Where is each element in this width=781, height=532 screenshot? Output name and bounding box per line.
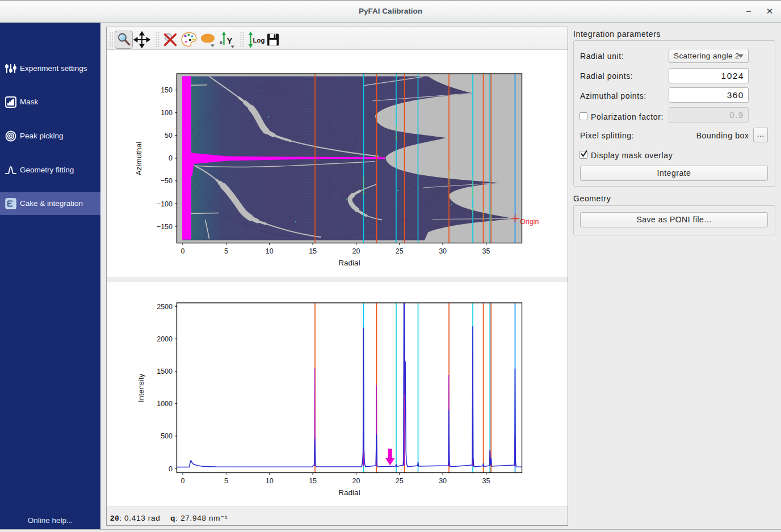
svg-text:20: 20 bbox=[352, 247, 360, 255]
svg-text:500: 500 bbox=[161, 432, 173, 440]
svg-text:0: 0 bbox=[169, 154, 173, 162]
svg-text:Radial: Radial bbox=[338, 259, 360, 267]
svg-text:10: 10 bbox=[266, 477, 274, 485]
svg-text:0: 0 bbox=[181, 477, 185, 485]
svg-text:o: o bbox=[220, 40, 222, 45]
svg-text:150: 150 bbox=[161, 86, 173, 94]
svg-text:2500: 2500 bbox=[157, 303, 173, 311]
svg-text:Origin: Origin bbox=[520, 218, 539, 226]
svg-text:1500: 1500 bbox=[157, 368, 173, 375]
svg-text:30: 30 bbox=[439, 477, 447, 485]
svg-text:Azimuthal: Azimuthal bbox=[135, 142, 143, 175]
svg-text:1000: 1000 bbox=[157, 400, 173, 408]
svg-text:0: 0 bbox=[181, 247, 185, 255]
svg-text:10: 10 bbox=[266, 247, 274, 255]
svg-text:20: 20 bbox=[352, 477, 360, 485]
svg-text:5: 5 bbox=[224, 247, 228, 255]
svg-text:2000: 2000 bbox=[157, 335, 173, 343]
svg-text:15: 15 bbox=[309, 247, 317, 255]
svg-text:15: 15 bbox=[309, 477, 317, 485]
svg-text:35: 35 bbox=[482, 247, 490, 255]
svg-text:100: 100 bbox=[161, 109, 173, 117]
svg-text:30: 30 bbox=[439, 247, 447, 255]
svg-text:35: 35 bbox=[482, 477, 490, 485]
svg-text:Radial: Radial bbox=[338, 488, 360, 497]
svg-text:5: 5 bbox=[224, 477, 228, 485]
svg-text:25: 25 bbox=[396, 247, 404, 255]
svg-text:−100: −100 bbox=[157, 200, 173, 208]
svg-text:−150: −150 bbox=[157, 223, 173, 231]
svg-text:Log: Log bbox=[253, 37, 265, 44]
svg-text:50: 50 bbox=[165, 132, 173, 140]
svg-text:25: 25 bbox=[396, 477, 404, 485]
svg-text:Intensity: Intensity bbox=[137, 374, 145, 403]
svg-text:0: 0 bbox=[169, 465, 173, 473]
svg-text:Y: Y bbox=[227, 36, 233, 45]
svg-text:−50: −50 bbox=[161, 177, 173, 185]
